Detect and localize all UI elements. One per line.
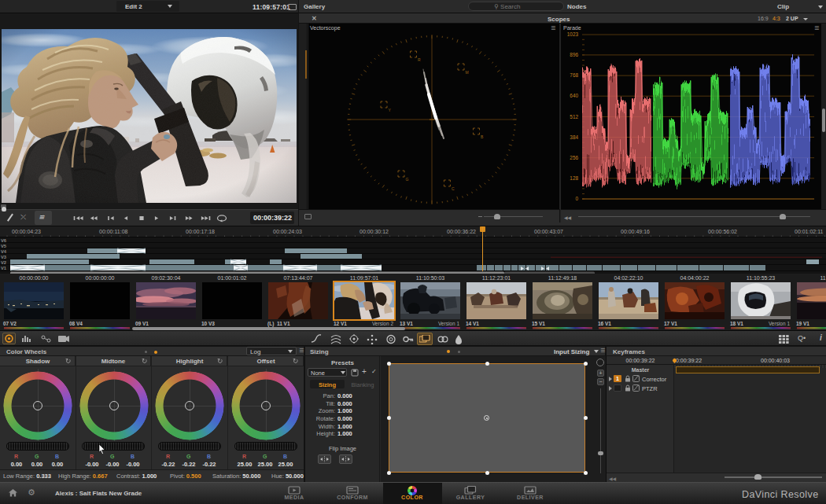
svg-text:0: 0 bbox=[575, 196, 578, 201]
svg-text:C: C bbox=[452, 186, 455, 191]
svg-text:V4: V4 bbox=[1, 249, 7, 254]
svg-text:V2: V2 bbox=[1, 260, 6, 265]
svg-text:V5: V5 bbox=[1, 244, 7, 248]
svg-text:B: B bbox=[481, 134, 484, 139]
svg-text:M: M bbox=[466, 70, 469, 75]
svg-text:R: R bbox=[418, 57, 421, 62]
svg-text:896: 896 bbox=[570, 52, 578, 57]
svg-text:384: 384 bbox=[570, 134, 578, 140]
svg-text:128: 128 bbox=[570, 175, 578, 181]
svg-text:512: 512 bbox=[570, 114, 578, 120]
svg-text:256: 256 bbox=[570, 155, 578, 160]
svg-text:V1: V1 bbox=[1, 266, 7, 270]
svg-text:V6: V6 bbox=[1, 238, 7, 243]
svg-text:V3: V3 bbox=[1, 255, 7, 259]
svg-text:G: G bbox=[406, 177, 409, 182]
svg-text:Y: Y bbox=[389, 108, 392, 112]
svg-text:1023: 1023 bbox=[567, 31, 579, 37]
svg-text:768: 768 bbox=[570, 72, 578, 78]
svg-text:640: 640 bbox=[570, 93, 578, 98]
